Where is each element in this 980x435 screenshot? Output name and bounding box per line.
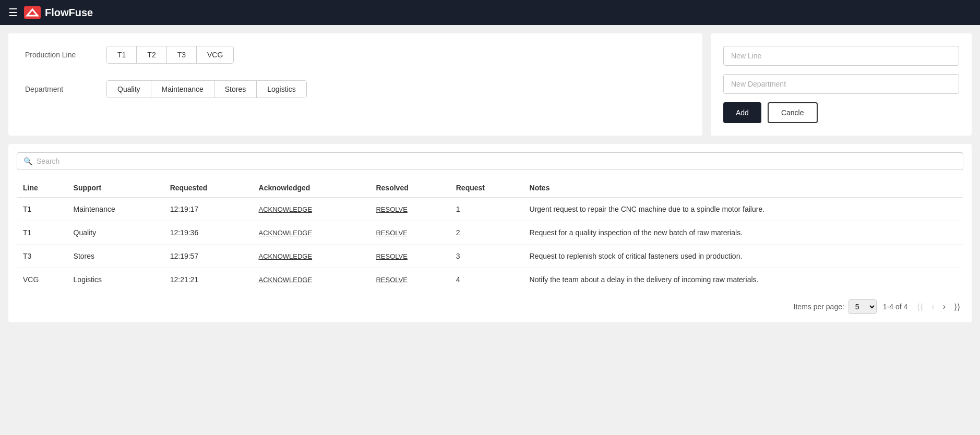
flowfuse-logo-icon [24, 6, 41, 19]
next-page-button[interactable]: › [940, 300, 949, 314]
acknowledge-button[interactable]: ACKNOWLEDGE [259, 252, 313, 260]
cell-requested: 12:19:57 [164, 245, 253, 268]
menu-icon[interactable]: ☰ [8, 6, 18, 19]
table-row: T1 Maintenance 12:19:17 ACKNOWLEDGE RESO… [17, 198, 963, 221]
data-table: Line Support Requested Acknowledged Reso… [17, 178, 963, 291]
cell-line: T1 [17, 198, 67, 221]
col-header-acknowledged: Acknowledged [253, 178, 370, 198]
cell-resolved: RESOLVE [369, 198, 449, 221]
cell-acknowledged: ACKNOWLEDGE [253, 268, 370, 292]
col-header-resolved: Resolved [369, 178, 449, 198]
col-header-request: Request [450, 178, 523, 198]
search-icon: 🔍 [23, 157, 32, 165]
cell-requested: 12:21:21 [164, 268, 253, 292]
last-page-button[interactable]: ⟩⟩ [951, 300, 963, 314]
department-buttons: Quality Maintenance Stores Logistics [106, 80, 307, 98]
first-page-button[interactable]: ⟨⟨ [914, 300, 926, 314]
resolve-button[interactable]: RESOLVE [376, 206, 407, 213]
cell-request: 4 [450, 268, 523, 292]
top-section: Production Line T1 T2 T3 VCG Department … [8, 33, 972, 136]
main-content: Production Line T1 T2 T3 VCG Department … [0, 25, 980, 331]
cell-line: VCG [17, 268, 67, 292]
cell-support: Stores [67, 245, 164, 268]
cell-resolved: RESOLVE [369, 245, 449, 268]
line-button-vcg[interactable]: VCG [197, 46, 233, 63]
department-row: Department Quality Maintenance Stores Lo… [25, 80, 686, 98]
cell-resolved: RESOLVE [369, 268, 449, 292]
table-row: VCG Logistics 12:21:21 ACKNOWLEDGE RESOL… [17, 268, 963, 292]
svg-rect-0 [24, 6, 41, 19]
cell-support: Maintenance [67, 198, 164, 221]
table-row: T1 Quality 12:19:36 ACKNOWLEDGE RESOLVE … [17, 221, 963, 245]
cell-line: T1 [17, 221, 67, 245]
line-button-t1[interactable]: T1 [107, 46, 137, 63]
resolve-button[interactable]: RESOLVE [376, 252, 407, 260]
acknowledge-button[interactable]: ACKNOWLEDGE [259, 206, 313, 213]
cell-request: 1 [450, 198, 523, 221]
dept-button-quality[interactable]: Quality [107, 81, 151, 98]
dept-button-logistics[interactable]: Logistics [257, 81, 306, 98]
logo: FlowFuse [24, 6, 93, 19]
left-panel: Production Line T1 T2 T3 VCG Department … [8, 33, 702, 136]
items-per-page-label: Items per page: [794, 303, 844, 311]
col-header-support: Support [67, 178, 164, 198]
add-button[interactable]: Add [723, 102, 761, 123]
department-label: Department [25, 85, 98, 93]
logo-text: FlowFuse [45, 7, 93, 19]
per-page-select[interactable]: 5 10 25 50 [848, 299, 877, 314]
cancel-button[interactable]: Cancle [768, 102, 818, 123]
prev-page-button[interactable]: ‹ [928, 300, 937, 314]
cell-resolved: RESOLVE [369, 221, 449, 245]
cell-notes: Notify the team about a delay in the del… [523, 268, 963, 292]
action-buttons: Add Cancle [723, 102, 959, 123]
cell-acknowledged: ACKNOWLEDGE [253, 221, 370, 245]
cell-notes: Request for a quality inspection of the … [523, 221, 963, 245]
right-panel: Add Cancle [711, 33, 972, 136]
search-bar: 🔍 [17, 152, 963, 170]
acknowledge-button[interactable]: ACKNOWLEDGE [259, 229, 313, 237]
production-line-buttons: T1 T2 T3 VCG [106, 46, 234, 64]
line-button-t2[interactable]: T2 [137, 46, 166, 63]
cell-request: 2 [450, 221, 523, 245]
page-info: 1-4 of 4 [883, 303, 907, 311]
page-navigation: ⟨⟨ ‹ › ⟩⟩ [914, 300, 963, 314]
col-header-requested: Requested [164, 178, 253, 198]
search-input[interactable] [37, 157, 957, 165]
production-line-label: Production Line [25, 51, 98, 59]
col-header-line: Line [17, 178, 67, 198]
pagination: Items per page: 5 10 25 50 1-4 of 4 ⟨⟨ ‹… [17, 299, 963, 314]
acknowledge-button[interactable]: ACKNOWLEDGE [259, 276, 313, 284]
dept-button-maintenance[interactable]: Maintenance [151, 81, 214, 98]
cell-line: T3 [17, 245, 67, 268]
resolve-button[interactable]: RESOLVE [376, 229, 407, 237]
line-button-t3[interactable]: T3 [167, 46, 197, 63]
cell-notes: Urgent request to repair the CNC machine… [523, 198, 963, 221]
top-navigation: ☰ FlowFuse [0, 0, 980, 25]
cell-request: 3 [450, 245, 523, 268]
resolve-button[interactable]: RESOLVE [376, 276, 407, 284]
bottom-section: 🔍 Line Support Requested Acknowledged Re… [8, 144, 972, 322]
cell-notes: Request to replenish stock of critical f… [523, 245, 963, 268]
dept-button-stores[interactable]: Stores [214, 81, 257, 98]
new-department-input[interactable] [723, 74, 959, 94]
cell-requested: 12:19:36 [164, 221, 253, 245]
table-row: T3 Stores 12:19:57 ACKNOWLEDGE RESOLVE 3… [17, 245, 963, 268]
cell-requested: 12:19:17 [164, 198, 253, 221]
new-line-input[interactable] [723, 46, 959, 66]
col-header-notes: Notes [523, 178, 963, 198]
items-per-page: Items per page: 5 10 25 50 [794, 299, 877, 314]
cell-support: Logistics [67, 268, 164, 292]
cell-acknowledged: ACKNOWLEDGE [253, 245, 370, 268]
cell-support: Quality [67, 221, 164, 245]
cell-acknowledged: ACKNOWLEDGE [253, 198, 370, 221]
production-line-row: Production Line T1 T2 T3 VCG [25, 46, 686, 64]
